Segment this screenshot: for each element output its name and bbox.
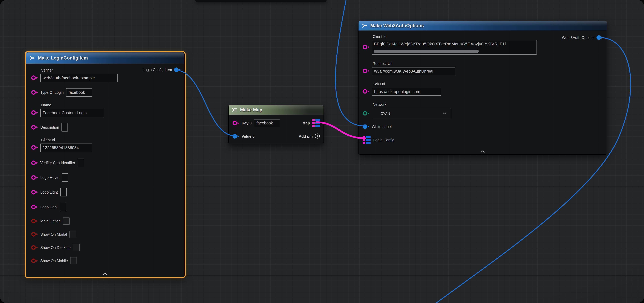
show-on-modal-checkbox[interactable] xyxy=(70,231,76,238)
pin-row-name: Name xyxy=(31,103,180,117)
client-id-pin[interactable] xyxy=(363,45,369,49)
node-title: Make Map xyxy=(240,107,262,112)
show-on-modal-pin[interactable] xyxy=(31,232,38,236)
make-map-icon xyxy=(232,108,237,112)
make-struct-icon xyxy=(362,24,368,28)
offscreen-node-bottom-edge xyxy=(196,0,326,2)
verifier-sub-identifier-pin[interactable] xyxy=(31,160,38,165)
description-pin[interactable] xyxy=(31,125,38,130)
pin-row-show-on-modal: Show On Modal xyxy=(31,231,180,238)
output-pin-row: Web 3Auth Options xyxy=(562,35,603,40)
white-label-pin[interactable] xyxy=(363,124,369,129)
pin-row-login-config: Login Config xyxy=(363,136,603,144)
output-pin-row: Login Config Item xyxy=(142,68,181,72)
type-of-login-input[interactable] xyxy=(66,88,92,97)
show-on-desktop-checkbox[interactable] xyxy=(73,244,80,251)
pin-row-network: Network CYAN xyxy=(363,102,603,119)
name-pin[interactable] xyxy=(31,110,38,115)
output-pin-label: Login Config Item xyxy=(142,68,172,72)
pin-row-logo-light: Logo Light xyxy=(31,188,180,196)
node-header[interactable]: Make LoginConfigItem xyxy=(26,52,184,64)
pin-row-verifier-sub-identifier: Verifier Sub Identifier xyxy=(31,158,180,167)
logo-hover-input[interactable] xyxy=(62,173,68,182)
pin-row-main-option: Main Option xyxy=(31,218,180,225)
show-on-mobile-checkbox[interactable] xyxy=(70,257,77,264)
description-input[interactable] xyxy=(62,123,68,132)
type-of-login-pin[interactable] xyxy=(31,90,38,95)
field-label: Verifier xyxy=(41,68,118,72)
verifier-pin[interactable] xyxy=(31,76,38,80)
logo-light-input[interactable] xyxy=(60,188,66,196)
show-on-mobile-pin[interactable] xyxy=(31,258,38,263)
graph-canvas[interactable]: Make LoginConfigItem Login Config Item V… xyxy=(0,0,644,303)
pin-row-show-on-mobile: Show On Mobile xyxy=(31,257,180,264)
pin-row-show-on-desktop: Show On Desktop xyxy=(31,244,180,251)
pin-row-logo-hover: Logo Hover xyxy=(31,173,180,182)
node-title: Make Web3AuthOptions xyxy=(370,23,424,28)
main-option-checkbox[interactable] xyxy=(63,218,70,225)
pin-row-key0: Key 0 Map xyxy=(232,116,320,130)
logo-dark-pin[interactable] xyxy=(31,205,38,209)
sdk-url-input[interactable] xyxy=(372,88,441,96)
add-pin-icon xyxy=(314,133,320,140)
node-make-web3authoptions[interactable]: Make Web3AuthOptions Web 3Auth Options C… xyxy=(358,20,607,155)
pin-row-sdk-url: Sdk Url xyxy=(363,82,603,96)
network-pin[interactable] xyxy=(363,111,369,116)
name-input[interactable] xyxy=(40,109,104,117)
key0-pin[interactable] xyxy=(232,121,239,125)
pin-row-type-of-login: Type Of Login xyxy=(31,88,180,97)
verifier-sub-identifier-input[interactable] xyxy=(78,158,84,167)
logo-light-pin[interactable] xyxy=(31,190,38,194)
login-config-item-output-pin[interactable] xyxy=(174,68,181,72)
node-header[interactable]: Make Web3AuthOptions xyxy=(358,21,607,31)
logo-hover-pin[interactable] xyxy=(31,175,38,180)
collapse-chevron-icon[interactable] xyxy=(103,273,108,276)
add-pin-button[interactable]: Add pin xyxy=(299,133,320,140)
node-header[interactable]: Make Map xyxy=(229,105,324,115)
blueprint-graph-editor: Make LoginConfigItem Login Config Item V… xyxy=(0,0,644,303)
web3auth-options-output-pin[interactable] xyxy=(596,35,603,40)
pin-row-logo-dark: Logo Dark xyxy=(31,203,180,211)
pin-row-description: Description xyxy=(31,123,180,132)
pin-row-white-label: White Label xyxy=(363,123,603,130)
main-option-pin[interactable] xyxy=(31,219,38,223)
pin-row-redirect-url: Redirect Url xyxy=(363,62,603,75)
client-id-input[interactable] xyxy=(40,144,92,152)
verifier-input[interactable] xyxy=(40,74,118,82)
key0-input[interactable] xyxy=(254,119,280,127)
sdk-url-pin[interactable] xyxy=(363,89,369,94)
chevron-down-icon xyxy=(442,112,446,115)
pin-row-value0: Value 0 Add pin xyxy=(232,130,320,143)
horizontal-scrollbar[interactable] xyxy=(374,50,479,53)
node-make-map[interactable]: Make Map Key 0 Map xyxy=(228,105,324,144)
redirect-url-pin[interactable] xyxy=(363,69,369,73)
map-output-pin[interactable] xyxy=(312,119,320,127)
make-struct-icon xyxy=(30,56,35,60)
redirect-url-input[interactable] xyxy=(372,67,455,75)
network-dropdown[interactable]: CYAN xyxy=(372,108,451,119)
client-id-pin[interactable] xyxy=(31,145,38,150)
node-title: Make LoginConfigItem xyxy=(38,55,88,61)
show-on-desktop-pin[interactable] xyxy=(31,245,38,250)
client-id-input[interactable]: BEglQSgt4cUWcj6SKRdu5QkOXTsePmMcusG5EAoy… xyxy=(372,40,537,54)
login-config-pin[interactable] xyxy=(363,136,370,144)
value0-pin[interactable] xyxy=(232,134,239,138)
output-pin-label: Web 3Auth Options xyxy=(562,36,594,40)
pin-row-client-id: Client Id xyxy=(31,138,180,152)
logo-dark-input[interactable] xyxy=(60,203,66,211)
collapse-chevron-icon[interactable] xyxy=(480,150,485,153)
node-make-loginconfigitem[interactable]: Make LoginConfigItem Login Config Item V… xyxy=(26,52,184,277)
